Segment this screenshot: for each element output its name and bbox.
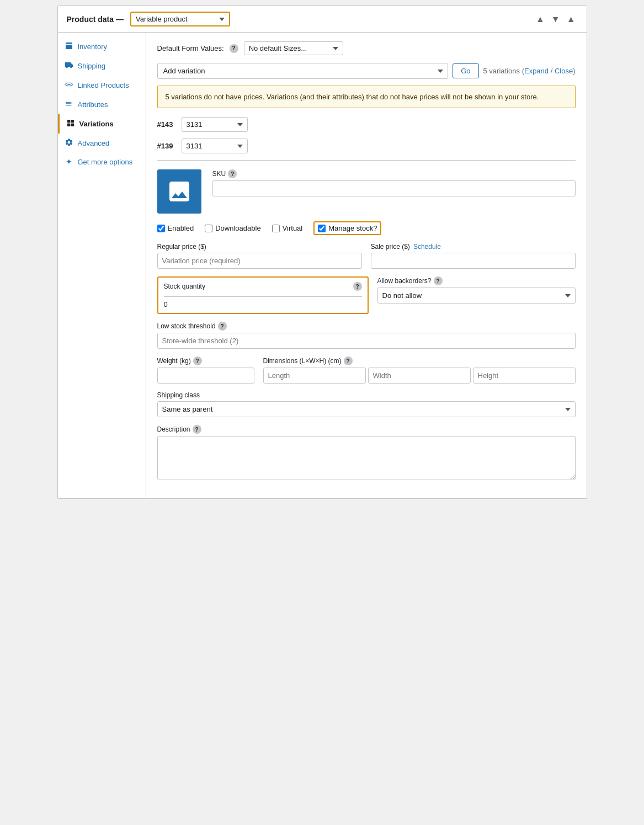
regular-price-input[interactable] xyxy=(157,253,362,269)
product-data-panel: Product data — Variable product Simple p… xyxy=(57,6,587,499)
variations-count: 5 variations (Expand / Close) xyxy=(483,67,576,75)
manage-stock-checkbox[interactable] xyxy=(318,225,326,232)
virtual-checkbox[interactable] xyxy=(272,225,280,232)
enabled-checkbox[interactable] xyxy=(157,225,165,232)
dimensions-label: Dimensions (L×W×H) (cm) ? xyxy=(263,356,576,365)
low-stock-input[interactable] xyxy=(157,333,576,349)
manage-stock-wrapper: Manage stock? xyxy=(313,221,381,235)
sidebar-item-label: Attributes xyxy=(78,100,108,109)
default-sizes-select[interactable]: No default Sizes... xyxy=(244,41,343,55)
sidebar-item-label: Variations xyxy=(79,120,114,128)
stock-quantity-field: Stock quantity ? xyxy=(157,276,369,314)
description-help-icon[interactable]: ? xyxy=(193,425,201,434)
variation-139-num: #139 xyxy=(157,142,177,150)
expand-link[interactable]: Expand xyxy=(524,67,549,75)
sidebar-item-get-more-options[interactable]: ✦ Get more options xyxy=(58,153,146,171)
add-variation-row: Add variation Go 5 variations (Expand / … xyxy=(157,63,576,79)
virtual-checkbox-label[interactable]: Virtual xyxy=(272,224,303,232)
attributes-icon xyxy=(65,99,73,110)
description-label: Description ? xyxy=(157,425,576,434)
variation-top-row: SKU ? xyxy=(157,169,576,214)
get-more-options-icon: ✦ xyxy=(65,157,73,166)
sidebar-item-shipping[interactable]: Shipping xyxy=(58,56,146,76)
description-field: Description ? xyxy=(157,425,576,482)
sidebar-item-variations[interactable]: Variations xyxy=(58,114,146,134)
variation-143-select[interactable]: 3131 xyxy=(182,117,248,132)
manage-stock-label: Manage stock? xyxy=(328,224,377,232)
stock-quantity-input[interactable] xyxy=(164,296,362,308)
collapse-up-button[interactable]: ▲ xyxy=(534,13,547,25)
collapse-down-button[interactable]: ▼ xyxy=(549,13,562,25)
sidebar-item-label: Shipping xyxy=(78,62,106,70)
stock-row: Stock quantity ? Allow backorders? ? Do … xyxy=(157,276,576,314)
stock-quantity-label: Stock quantity ? xyxy=(164,282,362,291)
enabled-checkbox-label[interactable]: Enabled xyxy=(157,224,194,232)
low-stock-help-icon[interactable]: ? xyxy=(218,322,227,331)
manage-stock-checkbox-label[interactable]: Manage stock? xyxy=(318,224,377,232)
warning-box: 5 variations do not have prices. Variati… xyxy=(157,86,576,108)
sidebar-item-attributes[interactable]: Attributes xyxy=(58,95,146,114)
virtual-label: Virtual xyxy=(283,224,303,232)
weight-dims-row: Weight (kg) ? Dimensions (L×W×H) (cm) ? xyxy=(157,356,576,384)
add-variation-select[interactable]: Add variation xyxy=(157,63,449,79)
sidebar: Inventory Shipping Linked Products Attri… xyxy=(58,33,146,498)
sidebar-item-label: Advanced xyxy=(78,139,110,147)
product-image[interactable] xyxy=(157,169,201,214)
main-content: Default Form Values: ? No default Sizes.… xyxy=(146,33,587,498)
shipping-class-label: Shipping class xyxy=(157,391,576,399)
go-button[interactable]: Go xyxy=(453,63,478,78)
weight-field: Weight (kg) ? xyxy=(157,356,254,384)
expand-button[interactable]: ▲ xyxy=(565,13,578,25)
weight-help-icon[interactable]: ? xyxy=(193,356,202,365)
shipping-class-field: Shipping class Same as parent No shippin… xyxy=(157,391,576,417)
dimensions-help-icon[interactable]: ? xyxy=(344,356,353,365)
svg-rect-2 xyxy=(67,124,70,126)
sku-label: SKU ? xyxy=(212,169,576,178)
sidebar-item-advanced[interactable]: Advanced xyxy=(58,134,146,153)
default-form-help-icon[interactable]: ? xyxy=(230,44,238,53)
low-stock-field: Low stock threshold ? xyxy=(157,322,576,349)
sidebar-item-label: Linked Products xyxy=(78,81,129,89)
regular-price-label: Regular price ($) xyxy=(157,243,362,251)
weight-input[interactable] xyxy=(157,368,254,384)
panel-header-left: Product data — Variable product Simple p… xyxy=(67,12,230,26)
panel-body: Inventory Shipping Linked Products Attri… xyxy=(58,33,587,498)
sale-price-input[interactable] xyxy=(371,253,576,269)
variation-143-num: #143 xyxy=(157,120,177,129)
variation-row-143: #143 3131 xyxy=(157,117,576,132)
product-type-select[interactable]: Variable product Simple product Grouped … xyxy=(130,12,230,26)
backorders-help-icon[interactable]: ? xyxy=(434,276,443,285)
svg-rect-3 xyxy=(71,124,73,126)
sale-price-label: Sale price ($) Schedule xyxy=(371,243,576,251)
panel-header: Product data — Variable product Simple p… xyxy=(58,6,587,33)
sidebar-item-inventory[interactable]: Inventory xyxy=(58,37,146,56)
sku-help-icon[interactable]: ? xyxy=(228,169,237,178)
sidebar-item-linked-products[interactable]: Linked Products xyxy=(58,76,146,95)
close-link[interactable]: Close xyxy=(555,67,573,75)
sale-price-field: Sale price ($) Schedule xyxy=(371,243,576,269)
svg-rect-0 xyxy=(67,120,70,123)
shipping-class-select[interactable]: Same as parent No shipping class xyxy=(157,401,576,417)
linked-products-icon xyxy=(65,80,73,91)
sku-input[interactable] xyxy=(212,180,576,196)
downloadable-checkbox[interactable] xyxy=(205,225,212,232)
variations-icon xyxy=(66,119,75,129)
warning-text: 5 variations do not have prices. Variati… xyxy=(166,93,539,101)
variation-139-select[interactable]: 3131 xyxy=(182,139,248,153)
inventory-icon xyxy=(65,41,73,52)
stock-quantity-help-icon[interactable]: ? xyxy=(353,282,362,291)
description-textarea[interactable] xyxy=(157,436,576,480)
low-stock-label: Low stock threshold ? xyxy=(157,322,576,331)
enabled-label: Enabled xyxy=(168,224,194,232)
advanced-icon xyxy=(65,138,73,148)
height-input[interactable] xyxy=(473,368,576,384)
price-row: Regular price ($) Sale price ($) Schedul… xyxy=(157,243,576,269)
backorders-label: Allow backorders? ? xyxy=(377,276,576,285)
downloadable-checkbox-label[interactable]: Downloadable xyxy=(205,224,260,232)
backorders-select[interactable]: Do not allow Allow, but notify customer … xyxy=(377,288,576,304)
backorders-field: Allow backorders? ? Do not allow Allow, … xyxy=(377,276,576,314)
sidebar-item-label: Get more options xyxy=(78,158,133,166)
length-input[interactable] xyxy=(263,368,366,384)
width-input[interactable] xyxy=(368,368,471,384)
schedule-link[interactable]: Schedule xyxy=(413,243,441,251)
